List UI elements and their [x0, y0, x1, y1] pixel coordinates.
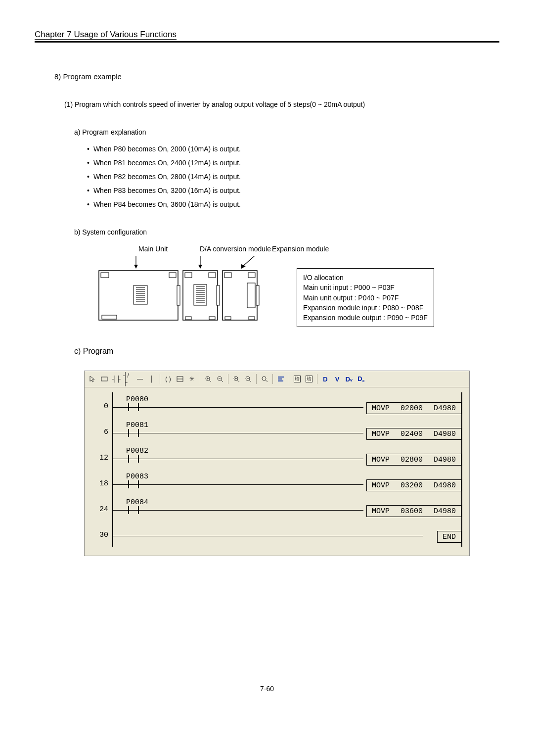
dc-mode-button[interactable]: D꜀ — [356, 374, 366, 384]
no-contact-icon — [128, 480, 139, 488]
box-tool-icon[interactable] — [99, 374, 109, 384]
contact-label: P0083 — [126, 472, 148, 481]
rung-number: 0 — [91, 402, 108, 411]
label-main-unit: Main Unit — [138, 245, 168, 253]
rung-number: 24 — [91, 505, 108, 514]
pointer-tool-icon[interactable] — [88, 374, 97, 384]
instruction-box: MOVP 03200 D4980 — [366, 479, 461, 491]
svg-rect-38 — [248, 273, 255, 278]
svg-rect-40 — [225, 317, 231, 320]
dv-mode-button[interactable]: Dᵥ — [344, 374, 354, 384]
svg-rect-37 — [224, 273, 231, 278]
list-item: When P80 becomes On, 2000 (10mA) is outp… — [87, 145, 499, 153]
svg-rect-35 — [217, 285, 220, 305]
instr-op: END — [443, 533, 456, 541]
svg-marker-3 — [198, 265, 202, 269]
rung-number: 30 — [91, 531, 108, 539]
zoom-out2-icon[interactable] — [243, 374, 253, 384]
not-tool-icon[interactable]: ✳ — [187, 374, 197, 384]
zoom-fit-icon[interactable] — [260, 374, 269, 384]
svg-rect-36 — [222, 271, 257, 320]
rung-number: 12 — [91, 454, 108, 462]
svg-line-61 — [266, 380, 267, 382]
ladder-rung: 24 P0084 MOVP 03600 D4980 — [91, 495, 462, 521]
instr-op: MOVP — [372, 481, 390, 490]
coil-open-icon[interactable]: ( ) — [163, 374, 173, 384]
contact-label: P0082 — [126, 447, 148, 455]
zoom-in2-icon[interactable] — [231, 374, 241, 384]
label-da-module: D/A conversion module — [200, 245, 271, 253]
no-contact-icon — [128, 506, 139, 514]
list-item: When P82 becomes On, 2800 (14mA) is outp… — [87, 173, 499, 181]
system-diagram — [84, 256, 282, 332]
ladder-rung: 0 P0080 MOVP 02000 D4980 — [91, 392, 462, 418]
grid2-icon[interactable]: 琀 — [304, 374, 314, 384]
toolbar: ┤├ ┤/├ — │ ( ) ✳ 琀 琀 D V Dᵥ D꜀ — [85, 371, 469, 387]
d-mode-button[interactable]: D — [320, 374, 330, 384]
no-contact-icon — [128, 403, 139, 411]
grid1-icon[interactable]: 琀 — [292, 374, 302, 384]
instr-dst: D4980 — [434, 430, 456, 438]
instruction-box: MOVP 02400 D4980 — [366, 428, 461, 440]
svg-marker-5 — [241, 264, 246, 269]
list-item: When P84 becomes On, 3600 (18mA) is outp… — [87, 200, 499, 208]
instr-val: 02000 — [400, 404, 423, 413]
io-line: Main unit output : P040 ~ P07F — [303, 293, 428, 303]
no-contact-icon — [128, 455, 139, 463]
no-contact-icon — [128, 429, 139, 437]
v-mode-button[interactable]: V — [332, 374, 342, 384]
svg-rect-22 — [209, 273, 216, 278]
svg-rect-42 — [256, 285, 259, 305]
no-contact-icon[interactable]: ┤├ — [111, 374, 121, 384]
io-line: Expansion module output : P090 ~ P09F — [303, 313, 428, 323]
vline-tool-icon[interactable]: │ — [147, 374, 157, 384]
instr-op: MOVP — [372, 507, 390, 516]
instr-op: MOVP — [372, 404, 390, 413]
io-allocation-box: I/O allocation Main unit input : P000 ~ … — [297, 268, 434, 327]
list-item: When P81 becomes On, 2400 (12mA) is outp… — [87, 159, 499, 167]
section-heading: 8) Program example — [54, 72, 499, 81]
io-line: Main unit input : P000 ~ P03F — [303, 283, 428, 292]
svg-line-51 — [221, 380, 223, 382]
instr-op: MOVP — [372, 430, 390, 438]
ladder-rung-end: 30 END — [91, 521, 462, 547]
contact-label: P0081 — [126, 421, 148, 429]
subheading-a: a) Program explanation — [74, 128, 499, 136]
subheading-b: b) System configuration — [74, 228, 499, 236]
zoom-in-icon[interactable] — [203, 374, 213, 384]
module-labels: Main Unit D/A conversion module Expansio… — [104, 245, 499, 256]
svg-rect-41 — [249, 317, 255, 320]
nc-contact-icon[interactable]: ┤/├ — [123, 374, 133, 384]
svg-line-54 — [237, 380, 239, 382]
instr-dst: D4980 — [434, 404, 456, 413]
io-line: I/O allocation — [303, 273, 428, 283]
svg-point-60 — [262, 377, 266, 380]
svg-line-47 — [209, 380, 211, 382]
align-icon[interactable] — [276, 374, 286, 384]
instr-val: 02800 — [400, 456, 423, 464]
subheading-c: c) Program — [74, 347, 499, 356]
svg-rect-21 — [185, 273, 192, 278]
svg-rect-33 — [185, 317, 191, 320]
svg-rect-34 — [209, 317, 215, 320]
instruction-box: MOVP 02800 D4980 — [366, 454, 461, 466]
zoom-out-icon[interactable] — [215, 374, 225, 384]
label-expansion-module: Expansion module — [272, 245, 329, 253]
rung-number: 6 — [91, 428, 108, 436]
svg-rect-8 — [169, 273, 176, 278]
svg-marker-1 — [134, 265, 138, 269]
contact-label: P0080 — [126, 395, 148, 404]
contact-label: P0084 — [126, 498, 148, 507]
func-box-icon[interactable] — [175, 374, 185, 384]
chapter-title: Chapter 7 Usage of Various Functions — [35, 30, 499, 43]
ladder-body: 0 P0080 MOVP 02000 D4980 6 P0081 — [85, 387, 469, 556]
instruction-box: MOVP 03600 D4980 — [366, 505, 461, 517]
ladder-editor: ┤├ ┤/├ — │ ( ) ✳ 琀 琀 D V Dᵥ D꜀ — [84, 371, 470, 556]
hline-tool-icon[interactable]: — — [135, 374, 145, 384]
instr-op: MOVP — [372, 456, 390, 464]
svg-rect-43 — [101, 377, 107, 381]
io-line: Expansion module input : P080 ~ P08F — [303, 303, 428, 313]
instr-val: 02400 — [400, 430, 423, 438]
ladder-rung: 18 P0083 MOVP 03200 D4980 — [91, 470, 462, 495]
page-number: 7-60 — [35, 685, 499, 693]
